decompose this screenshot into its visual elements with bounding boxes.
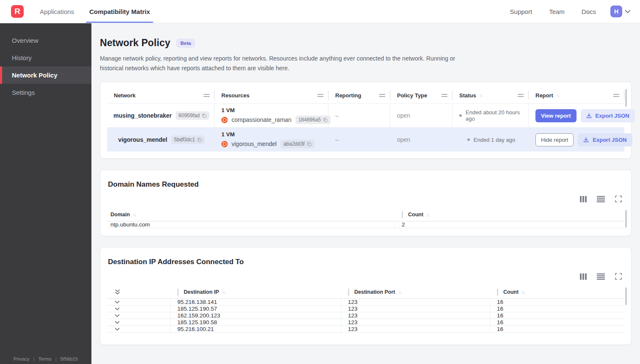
count-cell: 16 [490, 306, 624, 312]
download-icon [583, 137, 589, 143]
expand-all-rows[interactable] [107, 286, 171, 298]
table-toolbar [107, 273, 622, 280]
count-cell: 16 [490, 299, 624, 305]
column-drag-handle-icon[interactable] [317, 94, 323, 97]
table-row: 162.159.200.123 123 16 [107, 312, 624, 319]
table-row: musing_stonebraker 60959fad 1 VM [107, 103, 624, 127]
policy-type-cell: open [390, 104, 452, 127]
tab-compatibility-matrix[interactable]: Compatibility Matrix [89, 0, 150, 23]
page-description: Manage network policy, reporting and vie… [100, 54, 474, 73]
column-drag-handle-icon[interactable] [613, 94, 619, 97]
column-header-policy-type: Policy Type [390, 87, 452, 103]
sidebar-item-history[interactable]: History [0, 49, 91, 66]
table-scrollbar[interactable] [625, 210, 627, 228]
sort-icon[interactable]: ↑↓ [222, 290, 225, 295]
nav-link-support[interactable]: Support [510, 8, 532, 15]
sort-icon[interactable]: ↑↓ [556, 93, 559, 98]
column-drag-handle-icon[interactable] [441, 94, 447, 97]
expand-row-button[interactable] [107, 319, 171, 325]
column-header-destination-ip[interactable]: Destination IP ↑↓ [171, 286, 341, 298]
policy-type-cell: open [390, 128, 452, 152]
status-cell: Ended about 20 hours ago [452, 104, 529, 127]
resources-cell: 1 VM vigorous_mendel aba2dd3f [215, 128, 328, 152]
terms-link[interactable]: Terms [38, 356, 51, 361]
destination-port-cell: 123 [341, 306, 490, 312]
ubuntu-icon [221, 117, 228, 123]
sort-icon[interactable]: ↑↓ [398, 290, 401, 295]
export-json-button[interactable]: Export JSON [581, 109, 635, 122]
domains-table-header: Domain ↑↓ Count ↑↓ [107, 208, 624, 221]
column-divider [402, 211, 403, 218]
sort-icon[interactable]: ↑↓ [521, 290, 524, 295]
expand-row-button[interactable] [107, 299, 171, 305]
table-toolbar [107, 196, 622, 202]
app-logo[interactable]: R [11, 5, 24, 18]
column-drag-handle-icon[interactable] [204, 94, 210, 97]
report-cell: View report Export JSON [529, 104, 640, 127]
network-id-badge: 60959fad [176, 111, 210, 120]
column-header-count[interactable]: Count ↑↓ [490, 286, 624, 298]
sort-icon[interactable]: ↑↓ [133, 212, 136, 217]
reporting-cell: – [328, 128, 390, 152]
status-dot [459, 114, 462, 117]
sidebar: Overview History Network Policy Settings… [0, 23, 91, 364]
count-cell: 16 [490, 319, 624, 325]
sort-icon[interactable]: ↑↓ [479, 93, 482, 98]
view-report-button[interactable]: View report [535, 109, 577, 122]
user-menu[interactable]: H [610, 6, 631, 17]
privacy-link[interactable]: Privacy [14, 356, 30, 361]
expand-row-button[interactable] [107, 312, 171, 319]
sidebar-item-overview[interactable]: Overview [0, 32, 91, 49]
chevron-down-icon[interactable] [625, 10, 631, 14]
destination-ip-cell: 162.159.200.123 [171, 312, 341, 319]
copy-icon[interactable] [323, 118, 328, 122]
ubuntu-icon [221, 141, 228, 147]
resources-cell: 1 VM compassionate_raman 184696a5 [215, 104, 328, 127]
copy-icon[interactable] [307, 142, 312, 146]
column-drag-handle-icon[interactable] [518, 94, 524, 97]
copy-icon[interactable] [197, 138, 202, 142]
nav-link-team[interactable]: Team [549, 8, 565, 15]
double-chevron-down-icon[interactable] [115, 289, 120, 295]
primary-tabs: Applications Compatibility Matrix [40, 0, 150, 23]
expand-icon[interactable] [615, 273, 622, 280]
rows-icon[interactable] [597, 273, 605, 280]
table-scrollbar[interactable] [625, 287, 627, 305]
network-policy-table-card: Network Resources Reporting Policy Type … [100, 82, 632, 159]
tab-applications[interactable]: Applications [40, 0, 74, 23]
sidebar-item-settings[interactable]: Settings [0, 84, 91, 101]
column-drag-handle-icon[interactable] [379, 94, 385, 97]
columns-icon[interactable] [580, 273, 587, 280]
expand-row-button[interactable] [107, 306, 171, 312]
resource-id-badge: aba2dd3f [281, 140, 314, 148]
build-version: 5f56b15 [61, 356, 78, 361]
status-text: Ended 1 day ago [474, 137, 515, 143]
table-scrollbar[interactable] [625, 89, 627, 107]
table-row: 95.216.138.141 123 16 [107, 299, 624, 306]
column-header-domain[interactable]: Domain ↑↓ [107, 208, 395, 221]
columns-icon[interactable] [580, 196, 587, 202]
nav-link-docs[interactable]: Docs [582, 8, 596, 15]
column-header-resources: Resources [215, 87, 328, 103]
page-title: Network Policy [100, 37, 170, 49]
expand-icon[interactable] [615, 196, 622, 202]
network-id-badge: 5bdf3dc1 [171, 135, 204, 144]
sort-icon[interactable]: ↑↓ [426, 212, 429, 217]
table-row: 185.125.190.58 123 16 [107, 319, 624, 326]
column-header-destination-port[interactable]: Destination Port ↑↓ [341, 286, 490, 298]
sidebar-item-network-policy[interactable]: Network Policy [0, 66, 91, 84]
resource-name: compassionate_raman [232, 116, 292, 123]
hide-report-button[interactable]: Hide report [535, 133, 574, 146]
column-header-count[interactable]: Count ↑↓ [395, 208, 624, 221]
column-header-report[interactable]: Report ↑↓ [529, 87, 624, 103]
column-header-status[interactable]: Status ↑↓ [452, 87, 529, 103]
expand-row-button[interactable] [107, 326, 171, 332]
rows-icon[interactable] [597, 196, 605, 202]
network-name: vigorous_mendel [118, 136, 167, 143]
copy-icon[interactable] [202, 113, 207, 118]
section-title: Domain Names Requested [107, 178, 624, 189]
report-cell: Hide report Export JSON [529, 128, 637, 152]
network-name: musing_stonebraker [113, 112, 172, 119]
avatar[interactable]: H [610, 6, 622, 17]
export-json-button[interactable]: Export JSON [578, 133, 632, 146]
